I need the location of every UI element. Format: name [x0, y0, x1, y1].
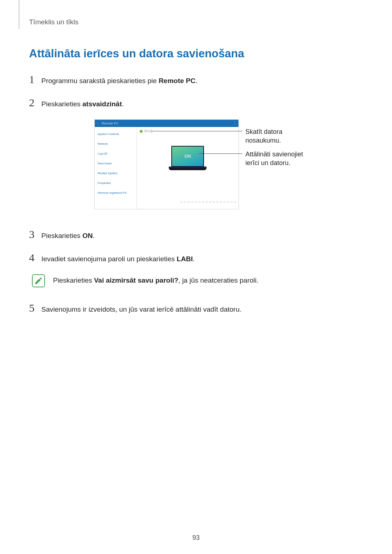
text-fragment: Pieskarieties — [41, 100, 82, 108]
page-number: 93 — [0, 534, 392, 542]
text-bold: ON — [82, 232, 93, 239]
sidebar-item: Shut Down — [98, 159, 136, 168]
app-sidebar: System Controls Refresh Log Off Shut Dow… — [95, 127, 137, 209]
callout-computer-name: Skatīt datora nosaukumu. — [245, 127, 282, 145]
menu-icon: ⋮ — [233, 122, 236, 125]
section-title: Attālināta ierīces un datora savienošana — [29, 47, 363, 60]
text-fragment: Programmu sarakstā pieskarieties pie — [41, 77, 159, 85]
text-bold: Vai aizmirsāt savu paroli? — [94, 276, 178, 284]
step-4: 4 Ievadiet savienojuma paroli un pieskar… — [29, 251, 363, 264]
device-screenshot: ←Remote PC ⋮ System Controls Refresh Log… — [94, 119, 239, 209]
callout-text: nosaukumu. — [245, 137, 281, 144]
callout-text: ierīci un datoru. — [245, 159, 290, 167]
text-fragment: Ievadiet savienojuma paroli un pieskarie… — [41, 255, 177, 263]
step-number: 4 — [29, 251, 41, 264]
step-text: Pieskarieties ON. — [41, 229, 95, 241]
step-number: 5 — [29, 302, 41, 314]
laptop-base — [169, 167, 207, 170]
text-bold: Remote PC — [159, 77, 195, 85]
app-title: Remote PC — [102, 122, 119, 125]
text-fragment: . — [196, 77, 197, 85]
callout-connect: Attālināti savienojiet ierīci un datoru. — [245, 150, 303, 168]
back-icon: ← — [97, 122, 100, 125]
step-text: Ievadiet savienojuma paroli un pieskarie… — [41, 252, 195, 264]
callout-line — [152, 131, 242, 131]
breadcrumb: Tīmeklis un tīkls — [29, 18, 363, 26]
app-main: 준비됨 ON — [137, 127, 238, 209]
text-fragment: , ja jūs neatceraties paroli. — [178, 276, 258, 284]
app-titlebar: ←Remote PC ⋮ — [95, 120, 238, 127]
note-icon — [32, 274, 45, 287]
text-fragment: . — [93, 232, 95, 239]
step-1: 1 Programmu sarakstā pieskarieties pie R… — [29, 73, 363, 86]
text-fragment: Pieskarieties — [41, 232, 82, 239]
text-fragment: Pieskarieties — [53, 276, 94, 284]
margin-rule — [19, 0, 19, 29]
sidebar-item: Restart System — [98, 168, 136, 178]
callout-line — [199, 153, 242, 154]
computer-name: 준비됨 — [144, 129, 153, 133]
laptop-screen: ON — [171, 146, 204, 167]
text-fragment: . — [122, 100, 124, 108]
text-bold: atsvaidzināt — [82, 100, 122, 108]
figure: ←Remote PC ⋮ System Controls Refresh Log… — [94, 119, 363, 214]
text-bold: LABI — [177, 255, 193, 263]
step-number: 2 — [29, 97, 41, 109]
divider — [180, 202, 236, 202]
step-text: Pieskarieties atsvaidzināt. — [41, 97, 124, 110]
step-3: 3 Pieskarieties ON. — [29, 228, 363, 241]
callout-text: Skatīt datora — [245, 128, 282, 135]
step-text: Savienojums ir izveidots, un jūs varat i… — [41, 302, 241, 315]
on-label: ON — [184, 154, 191, 159]
sidebar-item: Log Off — [98, 149, 136, 159]
app-body: System Controls Refresh Log Off Shut Dow… — [95, 127, 238, 209]
sidebar-item: System Controls — [98, 129, 136, 139]
status-dot-icon — [140, 130, 143, 133]
step-number: 1 — [29, 73, 41, 86]
sidebar-item: Properties — [98, 178, 136, 188]
sidebar-item: Refresh — [98, 139, 136, 149]
step-2: 2 Pieskarieties atsvaidzināt. — [29, 97, 363, 110]
pencil-icon — [34, 276, 43, 285]
callout-text: Attālināti savienojiet — [245, 151, 303, 158]
sidebar-item: Remove registered PC — [98, 188, 136, 198]
step-5: 5 Savienojums ir izveidots, un jūs varat… — [29, 302, 363, 315]
laptop-graphic: ON — [169, 146, 207, 173]
note: Pieskarieties Vai aizmirsāt savu paroli?… — [32, 274, 363, 287]
status-row: 준비됨 — [137, 127, 238, 133]
titlebar-left: ←Remote PC — [97, 122, 119, 125]
note-text: Pieskarieties Vai aizmirsāt savu paroli?… — [53, 274, 258, 284]
step-number: 3 — [29, 228, 41, 241]
text-fragment: . — [193, 255, 195, 263]
step-text: Programmu sarakstā pieskarieties pie Rem… — [41, 74, 197, 86]
